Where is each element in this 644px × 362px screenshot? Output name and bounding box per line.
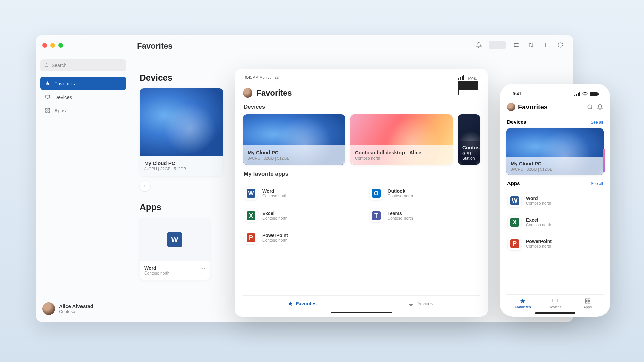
- add-icon[interactable]: [541, 41, 550, 49]
- teams-icon: T: [370, 209, 383, 222]
- app-org: Contoso north: [262, 194, 287, 198]
- avatar[interactable]: [243, 88, 252, 98]
- sidebar-item-apps[interactable]: Apps: [40, 104, 126, 117]
- search-input[interactable]: Search: [40, 59, 126, 71]
- view-segment[interactable]: [489, 41, 506, 49]
- monitor-icon: [45, 94, 50, 100]
- tab-label: Apps: [583, 305, 592, 309]
- svg-rect-17: [409, 302, 413, 305]
- see-all-devices[interactable]: See all: [591, 120, 603, 125]
- phone-status-bar: 9:41: [506, 90, 604, 100]
- see-all-apps[interactable]: See all: [591, 181, 603, 186]
- chevron-left-icon: [143, 184, 147, 188]
- svg-line-9: [48, 66, 49, 67]
- app-name: PowerPoint: [262, 233, 288, 238]
- section-devices-title: Devices: [507, 119, 526, 125]
- status-time: 9:41: [513, 91, 521, 96]
- home-indicator[interactable]: [331, 312, 392, 313]
- app-row[interactable]: W WordContoso north: [243, 184, 355, 203]
- app-row[interactable]: P PowerPointContoso north: [243, 228, 355, 247]
- tab-apps[interactable]: Apps: [571, 295, 604, 311]
- star-icon: [288, 301, 293, 306]
- section-apps-title: Apps: [507, 180, 520, 186]
- svg-point-22: [588, 105, 592, 109]
- bell-icon[interactable]: [474, 41, 483, 49]
- device-card[interactable]: Contoso GPU Station: [458, 114, 480, 165]
- app-row[interactable]: W WordContoso north: [506, 191, 604, 210]
- svg-point-3: [514, 43, 515, 44]
- search-placeholder: Search: [52, 63, 66, 68]
- monitor-icon: [552, 298, 558, 304]
- refresh-icon[interactable]: [556, 41, 565, 49]
- device-name: Contoso full desktop - Alice: [355, 149, 448, 155]
- outlook-icon: O: [370, 187, 383, 200]
- grid-icon: [585, 298, 591, 304]
- tablet-tabbar: Favorites Devices: [243, 295, 480, 312]
- user-name: Alice Alvestad: [59, 303, 93, 309]
- tab-favorites[interactable]: Favorites: [506, 295, 539, 311]
- svg-point-8: [45, 64, 48, 67]
- bell-icon[interactable]: [597, 104, 603, 110]
- app-org: Contoso north: [526, 201, 551, 206]
- excel-icon: X: [508, 216, 521, 229]
- sidebar-item-devices[interactable]: Devices: [40, 90, 126, 104]
- device-name: My Cloud PC: [511, 161, 600, 166]
- app-org: Contoso north: [262, 216, 287, 221]
- sidebar-item-label: Apps: [54, 108, 66, 113]
- tab-devices[interactable]: Devices: [539, 295, 572, 311]
- app-name: Outlook: [388, 188, 413, 194]
- page-title: Favorites: [518, 103, 574, 111]
- app-card[interactable]: W Word Contoso north ⋯: [140, 218, 210, 280]
- device-card[interactable]: My Cloud PC 8vCPU | 32GB | 512GB: [506, 128, 604, 175]
- app-thumbnail: W: [140, 218, 210, 261]
- search-icon[interactable]: [587, 104, 593, 110]
- svg-rect-16: [48, 111, 50, 112]
- device-card[interactable]: My Cloud PC 8vCPU | 32GB | 512GB: [243, 114, 345, 165]
- svg-rect-30: [588, 302, 590, 303]
- excel-icon: X: [244, 209, 258, 222]
- app-name: Teams: [388, 210, 413, 216]
- toolbar: [474, 41, 565, 49]
- app-row[interactable]: T TeamsContoso north: [368, 206, 480, 225]
- tab-favorites[interactable]: Favorites: [243, 296, 362, 312]
- list-icon[interactable]: [512, 41, 521, 49]
- section-devices-title: Devices: [244, 104, 479, 110]
- app-row[interactable]: P PowerPointContoso north: [506, 234, 604, 253]
- word-icon: W: [167, 232, 182, 247]
- user-profile[interactable]: Alice Alvestad Contoso: [40, 300, 126, 318]
- zoom-dot[interactable]: [58, 43, 63, 48]
- tab-label: Favorites: [515, 305, 531, 309]
- more-icon[interactable]: ⋯: [200, 265, 205, 272]
- phone-header: Favorites: [506, 100, 604, 114]
- home-indicator[interactable]: [535, 312, 575, 314]
- add-icon[interactable]: [577, 104, 583, 110]
- powerpoint-icon: P: [244, 231, 258, 244]
- tab-devices[interactable]: Devices: [362, 296, 480, 312]
- carousel-peek[interactable]: [603, 149, 605, 172]
- close-dot[interactable]: [42, 43, 47, 48]
- app-row[interactable]: X ExcelContoso north: [506, 213, 604, 232]
- svg-line-23: [591, 108, 592, 109]
- app-name: Word: [526, 196, 551, 201]
- app-row[interactable]: O OutlookContoso north: [368, 184, 480, 203]
- svg-rect-14: [48, 108, 50, 110]
- powerpoint-icon: P: [508, 237, 521, 250]
- page-title: Favorites: [137, 41, 173, 51]
- sort-icon[interactable]: [527, 41, 535, 49]
- avatar[interactable]: [507, 103, 515, 111]
- word-icon: W: [244, 187, 258, 200]
- sidebar: Search Favorites Devices Apps Alice Alve…: [36, 55, 130, 322]
- app-row[interactable]: X ExcelContoso north: [243, 206, 355, 225]
- minimize-dot[interactable]: [50, 43, 55, 48]
- sidebar-item-favorites[interactable]: Favorites: [40, 77, 126, 90]
- svg-rect-27: [585, 299, 587, 300]
- device-card[interactable]: Contoso full desktop - Alice Contoso nor…: [350, 114, 453, 165]
- device-spec: GPU Station: [462, 151, 475, 161]
- device-card[interactable]: My Cloud PC 8vCPU | 32GB | 512GB: [140, 88, 223, 176]
- section-apps-title: My favorite apps: [244, 171, 479, 177]
- signal-icon: [458, 75, 464, 80]
- app-org: Contoso north: [388, 216, 413, 221]
- search-icon: [44, 63, 49, 68]
- prev-arrow[interactable]: [140, 181, 150, 191]
- tablet-window: 9:41 AM Mon Jun 22 100% Favorites Device…: [235, 69, 488, 317]
